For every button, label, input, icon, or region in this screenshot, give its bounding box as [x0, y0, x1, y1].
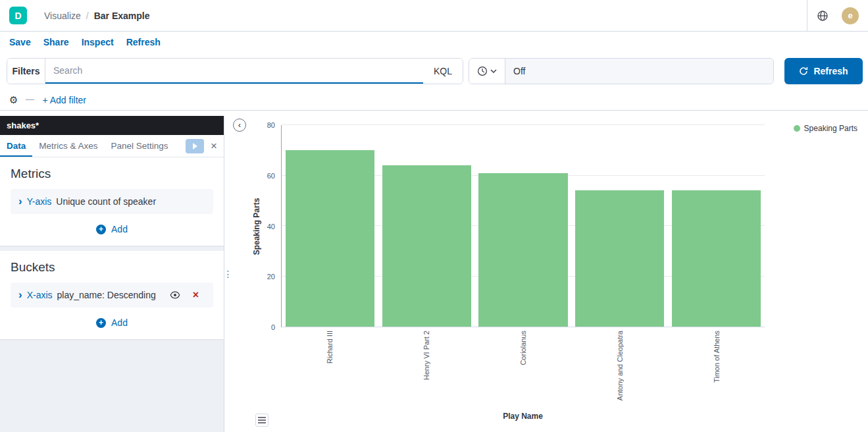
kql-button[interactable]: KQL: [423, 59, 463, 84]
bar[interactable]: [478, 173, 567, 327]
panel-resizer[interactable]: ⋮: [224, 116, 232, 432]
vis-editor-sidebar: shakes* Data Metrics & Axes Panel Settin…: [0, 116, 224, 432]
x-label-slot: Antony and Cleopatra: [571, 327, 668, 408]
breadcrumb-current: Bar Example: [94, 11, 150, 21]
chart-panel: ‹ Speaking Parts Speaking Parts 02040608…: [232, 116, 868, 432]
legend-toggle-button[interactable]: [255, 414, 268, 427]
agg-description: play_name: Descending: [57, 290, 156, 300]
list-icon: [258, 417, 266, 423]
buckets-title: Buckets: [11, 260, 213, 275]
x-axis-category-label: Richard III: [326, 331, 334, 364]
bars: [282, 125, 765, 327]
share-button[interactable]: Share: [43, 37, 69, 47]
refresh-interval-value[interactable]: Off: [505, 59, 773, 84]
time-picker: Off: [469, 58, 774, 84]
header-right: e: [807, 0, 868, 31]
bucket-row-x-axis[interactable]: › X-axis play_name: Descending ×: [11, 283, 213, 308]
tab-panel-settings[interactable]: Panel Settings: [105, 135, 175, 157]
main-content: shakes* Data Metrics & Axes Panel Settin…: [0, 111, 868, 432]
visualize-toolbar: Save Share Inspect Refresh: [0, 32, 868, 53]
bar-slot: [571, 125, 668, 327]
save-button[interactable]: Save: [9, 37, 31, 47]
y-ticks: 020406080: [232, 125, 275, 327]
help-icon: [817, 10, 829, 22]
x-axis-category-label: Timon of Athens: [713, 331, 721, 383]
bar[interactable]: [575, 190, 664, 327]
tab-data[interactable]: Data: [0, 135, 32, 157]
bar[interactable]: [382, 165, 471, 327]
editor-tabs: Data Metrics & Axes Panel Settings ×: [0, 135, 224, 157]
metric-row-y-axis[interactable]: › Y-axis Unique count of speaker: [11, 189, 213, 214]
chevron-down-icon: [490, 69, 497, 73]
x-axis-category-label: Henry VI Part 2: [422, 331, 430, 380]
breadcrumb-visualize[interactable]: Visualize: [44, 11, 81, 21]
x-axis-category-label: Coriolanus: [519, 331, 527, 365]
filter-divider: [26, 99, 34, 100]
filters-button[interactable]: Filters: [7, 59, 45, 84]
legend-dot: [794, 125, 800, 132]
plus-icon: +: [96, 225, 106, 234]
kibana-logo[interactable]: D: [9, 7, 27, 24]
eye-icon[interactable]: [170, 290, 180, 300]
metrics-title: Metrics: [11, 167, 213, 181]
editor-sections: Metrics › Y-axis Unique count of speaker…: [0, 157, 224, 432]
add-filter-button[interactable]: + Add filter: [42, 95, 86, 105]
legend-label: Speaking Parts: [804, 124, 857, 133]
add-metric-button[interactable]: + Add: [92, 223, 132, 235]
play-icon: [193, 143, 197, 149]
refresh-menu-button[interactable]: Refresh: [126, 37, 161, 47]
discard-changes-button[interactable]: ×: [209, 140, 218, 151]
x-axis-title: Play Name: [281, 412, 765, 421]
search-wrap: KQL: [45, 59, 463, 84]
refresh-button-label: Refresh: [813, 66, 848, 76]
clock-icon: [477, 66, 488, 76]
inspect-button[interactable]: Inspect: [82, 37, 114, 47]
breadcrumb-separator: /: [86, 11, 89, 21]
x-labels: Richard IIIHenry VI Part 2CoriolanusAnto…: [281, 327, 765, 408]
add-metric-label: Add: [111, 224, 128, 234]
refresh-button[interactable]: Refresh: [784, 58, 863, 84]
buckets-section: Buckets › X-axis play_name: Descending ×…: [0, 251, 224, 339]
search-group: Filters KQL: [7, 58, 463, 84]
y-tick-label: 60: [232, 172, 275, 179]
plus-icon: +: [96, 318, 106, 328]
query-bar: Filters KQL Off Refresh: [0, 53, 868, 90]
close-icon: ×: [211, 140, 217, 152]
tab-metrics-axes[interactable]: Metrics & Axes: [32, 135, 104, 157]
filter-settings-button[interactable]: ⚙: [9, 95, 18, 105]
bar-slot: [668, 125, 765, 327]
bar[interactable]: [672, 190, 761, 327]
metrics-section: Metrics › Y-axis Unique count of speaker…: [0, 157, 224, 246]
x-axis-category-label: Antony and Cleopatra: [616, 331, 624, 400]
add-bucket-button[interactable]: + Add: [92, 317, 132, 329]
bar-slot: [475, 125, 572, 327]
agg-axis-label: Y-axis: [27, 196, 52, 207]
search-input[interactable]: [45, 59, 423, 84]
apply-changes-button[interactable]: [186, 139, 204, 153]
chevron-right-icon: ›: [18, 289, 22, 300]
help-button[interactable]: [817, 10, 829, 22]
gear-icon: ⚙: [9, 94, 18, 105]
y-tick-label: 20: [232, 273, 275, 281]
bar[interactable]: [286, 150, 374, 327]
tab-actions: ×: [186, 139, 224, 153]
bar-slot: [378, 125, 475, 327]
legend-item[interactable]: Speaking Parts: [794, 124, 857, 133]
remove-bucket-button[interactable]: ×: [193, 290, 199, 300]
index-pattern-header: shakes*: [0, 116, 224, 135]
index-pattern-name: shakes*: [7, 121, 39, 130]
x-label-slot: Henry VI Part 2: [378, 327, 474, 408]
refresh-interval-button[interactable]: [469, 59, 505, 84]
filter-bar: ⚙ + Add filter: [0, 90, 868, 111]
y-tick-label: 0: [232, 324, 275, 331]
plot-area: [281, 125, 765, 327]
add-bucket-label: Add: [111, 317, 128, 328]
app-header: D Visualize / Bar Example e: [0, 0, 868, 32]
x-label-slot: Timon of Athens: [668, 327, 765, 408]
avatar[interactable]: e: [842, 7, 859, 24]
agg-axis-label: X-axis: [27, 290, 53, 300]
y-tick-label: 40: [232, 223, 275, 230]
refresh-icon: [799, 67, 808, 76]
logo-letter: D: [14, 11, 21, 21]
chevron-right-icon: ›: [18, 196, 22, 207]
